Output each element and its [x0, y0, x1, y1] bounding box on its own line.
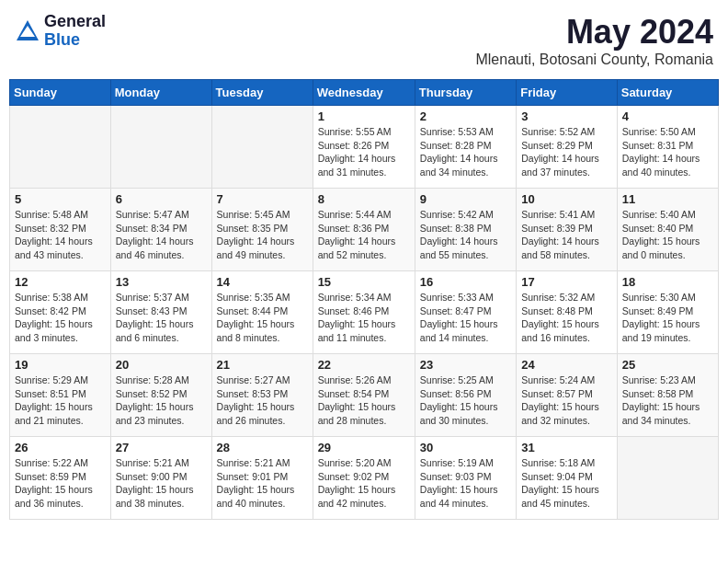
- calendar-cell: 25Sunrise: 5:23 AM Sunset: 8:58 PM Dayli…: [617, 354, 718, 437]
- day-number: 18: [622, 275, 713, 289]
- calendar-cell: 29Sunrise: 5:20 AM Sunset: 9:02 PM Dayli…: [313, 437, 415, 520]
- weekday-header: Monday: [110, 80, 211, 106]
- calendar-week-row: 5Sunrise: 5:48 AM Sunset: 8:32 PM Daylig…: [10, 189, 719, 271]
- page-header: General Blue May 2024 Mlenauti, Botosani…: [9, 9, 719, 72]
- day-number: 5: [15, 192, 106, 206]
- day-number: 27: [116, 441, 207, 454]
- month-year-title: May 2024: [475, 13, 713, 52]
- day-info: Sunrise: 5:53 AM Sunset: 8:28 PM Dayligh…: [420, 125, 511, 179]
- logo-general: General: [44, 13, 106, 31]
- calendar-cell: 28Sunrise: 5:21 AM Sunset: 9:01 PM Dayli…: [211, 437, 313, 520]
- calendar-week-row: 1Sunrise: 5:55 AM Sunset: 8:26 PM Daylig…: [10, 106, 719, 189]
- calendar-cell: 16Sunrise: 5:33 AM Sunset: 8:47 PM Dayli…: [415, 271, 516, 354]
- weekday-header: Wednesday: [313, 80, 415, 106]
- calendar-cell: 7Sunrise: 5:45 AM Sunset: 8:35 PM Daylig…: [211, 189, 313, 271]
- day-info: Sunrise: 5:21 AM Sunset: 9:01 PM Dayligh…: [217, 456, 308, 511]
- day-number: 10: [521, 192, 612, 206]
- day-info: Sunrise: 5:55 AM Sunset: 8:26 PM Dayligh…: [318, 125, 410, 179]
- day-info: Sunrise: 5:35 AM Sunset: 8:44 PM Dayligh…: [217, 291, 308, 345]
- day-number: 2: [420, 109, 511, 123]
- logo: General Blue: [15, 13, 106, 50]
- day-info: Sunrise: 5:25 AM Sunset: 8:56 PM Dayligh…: [420, 373, 511, 428]
- calendar-week-row: 19Sunrise: 5:29 AM Sunset: 8:51 PM Dayli…: [10, 354, 719, 437]
- calendar-cell: 1Sunrise: 5:55 AM Sunset: 8:26 PM Daylig…: [313, 106, 415, 189]
- day-info: Sunrise: 5:48 AM Sunset: 8:32 PM Dayligh…: [15, 208, 106, 262]
- title-area: May 2024 Mlenauti, Botosani County, Roma…: [475, 13, 713, 68]
- calendar-cell: 21Sunrise: 5:27 AM Sunset: 8:53 PM Dayli…: [211, 354, 313, 437]
- day-number: 26: [15, 441, 106, 454]
- day-number: 22: [318, 358, 410, 372]
- calendar-cell: 18Sunrise: 5:30 AM Sunset: 8:49 PM Dayli…: [617, 271, 718, 354]
- calendar-cell: 22Sunrise: 5:26 AM Sunset: 8:54 PM Dayli…: [313, 354, 415, 437]
- day-info: Sunrise: 5:32 AM Sunset: 8:48 PM Dayligh…: [521, 291, 612, 345]
- weekday-header: Friday: [517, 80, 618, 106]
- day-info: Sunrise: 5:27 AM Sunset: 8:53 PM Dayligh…: [217, 373, 308, 428]
- calendar-cell: [110, 106, 211, 189]
- day-number: 15: [318, 275, 410, 289]
- day-info: Sunrise: 5:37 AM Sunset: 8:43 PM Dayligh…: [116, 291, 207, 345]
- day-number: 11: [622, 192, 713, 206]
- day-number: 9: [420, 192, 511, 206]
- day-number: 21: [217, 358, 308, 372]
- day-info: Sunrise: 5:22 AM Sunset: 8:59 PM Dayligh…: [15, 456, 106, 511]
- day-info: Sunrise: 5:34 AM Sunset: 8:46 PM Dayligh…: [318, 291, 410, 345]
- calendar-table: SundayMondayTuesdayWednesdayThursdayFrid…: [9, 79, 719, 520]
- calendar-cell: 13Sunrise: 5:37 AM Sunset: 8:43 PM Dayli…: [110, 271, 211, 354]
- calendar-cell: 31Sunrise: 5:18 AM Sunset: 9:04 PM Dayli…: [517, 437, 618, 520]
- day-number: 30: [420, 441, 511, 454]
- day-info: Sunrise: 5:20 AM Sunset: 9:02 PM Dayligh…: [318, 456, 410, 511]
- calendar-cell: 12Sunrise: 5:38 AM Sunset: 8:42 PM Dayli…: [10, 271, 111, 354]
- calendar-cell: 2Sunrise: 5:53 AM Sunset: 8:28 PM Daylig…: [415, 106, 516, 189]
- weekday-header: Thursday: [415, 80, 516, 106]
- calendar-cell: 9Sunrise: 5:42 AM Sunset: 8:38 PM Daylig…: [415, 189, 516, 271]
- day-number: 16: [420, 275, 511, 289]
- weekday-header: Sunday: [10, 80, 111, 106]
- calendar-week-row: 12Sunrise: 5:38 AM Sunset: 8:42 PM Dayli…: [10, 271, 719, 354]
- day-number: 20: [116, 358, 207, 372]
- logo-blue: Blue: [44, 31, 106, 50]
- day-number: 17: [521, 275, 612, 289]
- day-info: Sunrise: 5:47 AM Sunset: 8:34 PM Dayligh…: [116, 208, 207, 262]
- calendar-cell: [10, 106, 111, 189]
- calendar-week-row: 26Sunrise: 5:22 AM Sunset: 8:59 PM Dayli…: [10, 437, 719, 520]
- day-number: 19: [15, 358, 106, 372]
- calendar-header-row: SundayMondayTuesdayWednesdayThursdayFrid…: [10, 80, 719, 106]
- day-info: Sunrise: 5:52 AM Sunset: 8:29 PM Dayligh…: [521, 125, 612, 179]
- day-info: Sunrise: 5:24 AM Sunset: 8:57 PM Dayligh…: [521, 373, 612, 428]
- calendar-cell: 17Sunrise: 5:32 AM Sunset: 8:48 PM Dayli…: [517, 271, 618, 354]
- calendar-cell: 19Sunrise: 5:29 AM Sunset: 8:51 PM Dayli…: [10, 354, 111, 437]
- day-info: Sunrise: 5:45 AM Sunset: 8:35 PM Dayligh…: [217, 208, 308, 262]
- logo-icon: [15, 18, 40, 44]
- day-number: 28: [217, 441, 308, 454]
- day-info: Sunrise: 5:40 AM Sunset: 8:40 PM Dayligh…: [622, 208, 713, 262]
- day-number: 8: [318, 192, 410, 206]
- day-info: Sunrise: 5:23 AM Sunset: 8:58 PM Dayligh…: [622, 373, 713, 428]
- calendar-cell: 8Sunrise: 5:44 AM Sunset: 8:36 PM Daylig…: [313, 189, 415, 271]
- logo-text: General Blue: [44, 13, 106, 50]
- day-info: Sunrise: 5:33 AM Sunset: 8:47 PM Dayligh…: [420, 291, 511, 345]
- calendar-cell: 6Sunrise: 5:47 AM Sunset: 8:34 PM Daylig…: [110, 189, 211, 271]
- day-info: Sunrise: 5:41 AM Sunset: 8:39 PM Dayligh…: [521, 208, 612, 262]
- calendar-cell: 14Sunrise: 5:35 AM Sunset: 8:44 PM Dayli…: [211, 271, 313, 354]
- calendar-cell: 15Sunrise: 5:34 AM Sunset: 8:46 PM Dayli…: [313, 271, 415, 354]
- day-info: Sunrise: 5:18 AM Sunset: 9:04 PM Dayligh…: [521, 456, 612, 511]
- calendar-cell: 23Sunrise: 5:25 AM Sunset: 8:56 PM Dayli…: [415, 354, 516, 437]
- day-info: Sunrise: 5:38 AM Sunset: 8:42 PM Dayligh…: [15, 291, 106, 345]
- day-info: Sunrise: 5:44 AM Sunset: 8:36 PM Dayligh…: [318, 208, 410, 262]
- calendar-cell: 30Sunrise: 5:19 AM Sunset: 9:03 PM Dayli…: [415, 437, 516, 520]
- day-number: 3: [521, 109, 612, 123]
- day-number: 24: [521, 358, 612, 372]
- calendar-cell: 24Sunrise: 5:24 AM Sunset: 8:57 PM Dayli…: [517, 354, 618, 437]
- day-info: Sunrise: 5:28 AM Sunset: 8:52 PM Dayligh…: [116, 373, 207, 428]
- day-number: 6: [116, 192, 207, 206]
- calendar-cell: 5Sunrise: 5:48 AM Sunset: 8:32 PM Daylig…: [10, 189, 111, 271]
- calendar-cell: 4Sunrise: 5:50 AM Sunset: 8:31 PM Daylig…: [617, 106, 718, 189]
- location-subtitle: Mlenauti, Botosani County, Romania: [475, 52, 713, 68]
- weekday-header: Saturday: [617, 80, 718, 106]
- calendar-cell: 20Sunrise: 5:28 AM Sunset: 8:52 PM Dayli…: [110, 354, 211, 437]
- calendar-cell: 10Sunrise: 5:41 AM Sunset: 8:39 PM Dayli…: [517, 189, 618, 271]
- day-number: 1: [318, 109, 410, 123]
- day-number: 25: [622, 358, 713, 372]
- day-number: 13: [116, 275, 207, 289]
- calendar-cell: 3Sunrise: 5:52 AM Sunset: 8:29 PM Daylig…: [517, 106, 618, 189]
